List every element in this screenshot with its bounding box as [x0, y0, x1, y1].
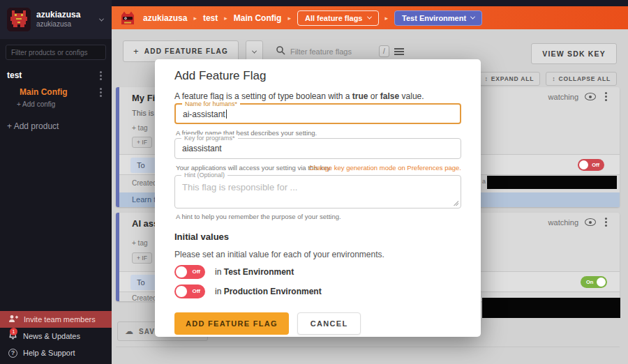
- flag-filter-label: All feature flags: [305, 14, 363, 22]
- breadcrumb-caret-icon: ▸: [224, 15, 227, 22]
- question-icon: ?: [8, 349, 17, 358]
- add-flag-label: ADD FEATURE FLAG: [144, 47, 228, 55]
- cloud-icon: ☁: [125, 326, 134, 336]
- sidebar: azukiazusa azukiazusa test Main Config +…: [0, 0, 112, 364]
- breadcrumb: azukiazusa ▸ test ▸ Main Config ▸ All fe…: [112, 6, 628, 29]
- add-tag-button[interactable]: + tag: [132, 239, 148, 247]
- add-targeting-rule-button[interactable]: + IF: [132, 137, 152, 148]
- add-feature-flag-modal: Add Feature Flag A feature flag is a set…: [155, 59, 481, 337]
- expand-icon: ↕: [485, 75, 488, 82]
- kebab-menu-icon[interactable]: [605, 221, 607, 223]
- watching-label: watching: [548, 93, 578, 101]
- test-environment-toggle[interactable]: Off: [174, 265, 205, 279]
- search-icon: [276, 45, 285, 58]
- flag-value-toggle[interactable]: Off: [578, 159, 604, 171]
- news-updates-button[interactable]: 1 News & Updates: [0, 328, 112, 344]
- breadcrumb-org[interactable]: azukiazusa: [143, 13, 187, 23]
- watch-eye-icon[interactable]: [585, 218, 596, 226]
- watching-label: watching: [548, 218, 578, 227]
- news-badge: 1: [10, 328, 17, 335]
- breadcrumb-config[interactable]: Main Config: [234, 13, 282, 23]
- key-field-value: aiassistant: [182, 144, 222, 153]
- chevron-down-icon: [252, 49, 257, 54]
- key-field-helper: Your applications will access your setti…: [176, 164, 331, 172]
- add-config-button[interactable]: + Add config: [0, 100, 112, 108]
- toggle-caption: in Test Environment: [215, 267, 294, 277]
- plus-icon: +: [133, 46, 140, 56]
- help-support-button[interactable]: ? Help & Support: [0, 344, 112, 361]
- flag-search-input[interactable]: [290, 47, 374, 56]
- toggle-knob: [176, 266, 187, 278]
- add-product-button[interactable]: + Add product: [0, 118, 112, 135]
- name-field-label: Name for humans*: [182, 100, 240, 107]
- initial-value-row-test: Off in Test Environment: [174, 265, 294, 279]
- section-divider: [116, 347, 620, 347]
- toggle-state-label: Off: [192, 288, 200, 294]
- org-name: azukiazusa: [36, 10, 94, 20]
- kebab-menu-icon[interactable]: [605, 96, 607, 98]
- cancel-button[interactable]: CANCEL: [297, 312, 361, 335]
- expand-all-label: EXPAND ALL: [491, 75, 534, 82]
- breadcrumb-caret-icon: ▸: [287, 15, 291, 22]
- org-switcher[interactable]: azukiazusa azukiazusa: [0, 0, 112, 39]
- chevron-down-icon: [470, 15, 475, 20]
- modal-description: A feature flag is a setting of type bool…: [174, 91, 424, 101]
- configcat-logo-icon: [119, 9, 137, 27]
- slash-shortcut-key: /: [379, 45, 389, 57]
- key-generation-link[interactable]: Change key generation mode on Preference…: [309, 164, 461, 172]
- help-label: Help & Support: [23, 349, 75, 357]
- modal-footer: ADD FEATURE FLAG CANCEL: [174, 312, 361, 335]
- view-sdk-key-button[interactable]: VIEW SDK KEY: [531, 43, 617, 64]
- initial-values-description: Please set an initial value for each of …: [174, 250, 384, 259]
- kebab-menu-icon[interactable]: [100, 75, 102, 77]
- toggle-knob: [579, 160, 588, 169]
- flag-value-toggle[interactable]: On: [581, 276, 607, 288]
- hint-field-label: Hint (Optional): [181, 172, 227, 179]
- hint-field[interactable]: Hint (Optional): [174, 175, 461, 208]
- sidebar-item-config[interactable]: Main Config: [0, 84, 112, 100]
- org-subtitle: azukiazusa: [36, 20, 94, 29]
- learn-link[interactable]: Learn t: [132, 195, 156, 204]
- toggle-state-label: On: [586, 279, 593, 285]
- hint-textarea[interactable]: [175, 176, 461, 208]
- org-avatar: [7, 8, 31, 31]
- app-window: azukiazusa ▸ test ▸ Main Config ▸ All fe…: [0, 0, 628, 364]
- watch-eye-icon[interactable]: [585, 93, 596, 100]
- kebab-menu-icon[interactable]: [100, 91, 102, 93]
- key-for-programs-field[interactable]: Key for programs* aiassistant: [174, 138, 461, 159]
- initial-value-row-production: Off in Production Environment: [174, 285, 322, 298]
- text-caret: [226, 109, 227, 119]
- toggle-caption: in Production Environment: [215, 287, 322, 296]
- sidebar-filter-input[interactable]: [6, 45, 106, 60]
- bell-icon: 1: [8, 331, 17, 342]
- add-tag-button[interactable]: + tag: [132, 124, 148, 132]
- production-environment-toggle[interactable]: Off: [174, 285, 205, 298]
- list-options-icon[interactable]: [394, 48, 404, 55]
- collapse-all-label: COLLAPSE ALL: [559, 75, 611, 82]
- invite-label: Invite team members: [24, 315, 96, 324]
- resize-handle-icon[interactable]: [453, 200, 458, 206]
- environment-dropdown[interactable]: Test Environment: [394, 10, 482, 26]
- add-feature-flag-submit-button[interactable]: ADD FEATURE FLAG: [174, 312, 289, 335]
- toggle-state-label: Off: [592, 162, 599, 168]
- toggle-state-label: Off: [192, 268, 200, 275]
- add-targeting-rule-button[interactable]: + IF: [132, 252, 152, 264]
- breadcrumb-caret-icon: ▸: [193, 15, 197, 22]
- redaction-bar: [482, 298, 620, 318]
- redaction-bar: [487, 176, 617, 189]
- collapse-icon: ↕: [552, 75, 555, 82]
- name-for-humans-field[interactable]: Name for humans* ai-assistant: [174, 103, 461, 124]
- expand-all-button[interactable]: ↕ EXPAND ALL: [479, 72, 541, 86]
- breadcrumb-product[interactable]: test: [203, 13, 218, 23]
- invite-team-members-button[interactable]: Invite team members: [0, 311, 112, 328]
- sidebar-item-product[interactable]: test: [0, 67, 112, 84]
- environment-label: Test Environment: [402, 14, 466, 22]
- created-by-label: Created: [132, 179, 157, 187]
- person-add-icon: [8, 314, 18, 324]
- hint-field-helper: A hint to help you remember the purpose …: [176, 213, 341, 220]
- chevron-down-icon: [99, 16, 104, 21]
- flag-filter-dropdown[interactable]: All feature flags: [297, 10, 379, 26]
- collapse-all-button[interactable]: ↕ COLLAPSE ALL: [546, 72, 617, 86]
- breadcrumb-caret-icon: ▸: [385, 15, 389, 22]
- initial-values-heading: Initial values: [174, 232, 229, 242]
